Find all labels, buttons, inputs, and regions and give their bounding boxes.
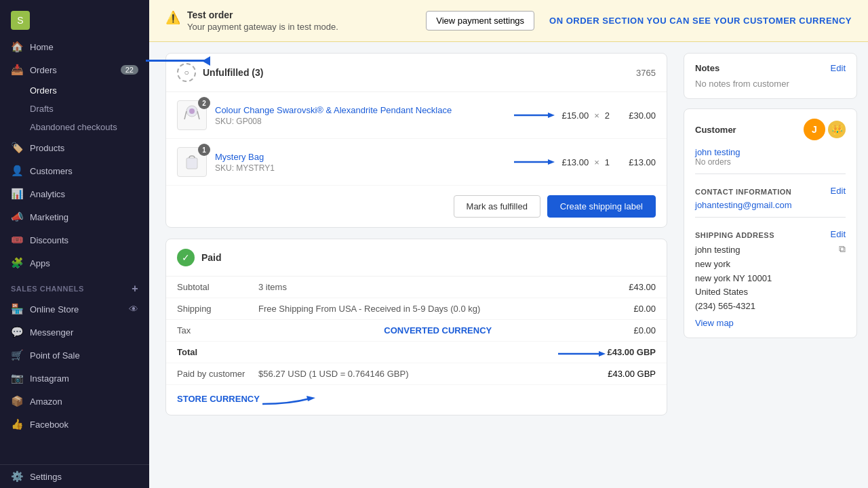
mark-as-fulfilled-button[interactable]: Mark as fulfilled	[454, 195, 540, 218]
test-order-banner: ⚠️ Test order Your payment gateway is in…	[149, 0, 868, 42]
product-price-1: £15.00 × 2 £30.00	[561, 110, 656, 121]
sidebar-item-apps[interactable]: 🧩 Apps	[0, 251, 149, 274]
converted-currency-annotation: CONVERTED CURRENCY	[384, 325, 492, 336]
sidebar-subitem-orders[interactable]: Orders	[0, 81, 149, 100]
view-map-link[interactable]: View map	[695, 318, 846, 328]
sidebar-customers-label: Customers	[30, 166, 73, 176]
sidebar-item-instagram[interactable]: 📷 Instagram	[0, 367, 149, 390]
view-payment-settings-button[interactable]: View payment settings	[426, 11, 534, 30]
sidebar-item-messenger[interactable]: 💬 Messenger	[0, 321, 149, 344]
sidebar-item-analytics[interactable]: 📊 Analytics	[0, 182, 149, 205]
discounts-icon: 🎟️	[11, 234, 23, 246]
product-image-2: 1	[177, 147, 207, 177]
sidebar-item-point-of-sale[interactable]: 🛒 Point of Sale	[0, 344, 149, 367]
content-area: ○ Unfulfilled (3) 3765 2	[149, 42, 868, 437]
notes-card: Notes Edit No notes from customer	[684, 53, 857, 99]
product-qty-2: 1	[605, 157, 610, 167]
sidebar-settings-label: Settings	[30, 472, 62, 482]
product-row-2: 1 Mystery Bag SKU: MYSTRY1	[166, 139, 667, 186]
sidebar-marketing-label: Marketing	[30, 212, 68, 222]
avatar-circle: J	[804, 119, 825, 140]
side-column: Notes Edit No notes from customer Custom…	[678, 42, 868, 437]
create-shipping-label-button[interactable]: Create shipping label	[547, 195, 656, 218]
product-name-2[interactable]: Mystery Bag	[215, 152, 507, 162]
sidebar-item-online-store[interactable]: 🏪 Online Store 👁	[0, 298, 149, 321]
paid-by-amount: £43.00 GBP	[608, 369, 656, 379]
orders-icon: 📥	[11, 64, 23, 76]
product-info-2: Mystery Bag SKU: MYSTRY1	[215, 152, 507, 173]
subtotal-row: Subtotal 3 items £43.00	[166, 277, 667, 298]
add-sales-channel-button[interactable]: +	[132, 283, 138, 295]
test-order-title: Test order	[187, 9, 338, 20]
sidebar-item-products[interactable]: 🏷️ Products	[0, 136, 149, 159]
paid-check-icon: ✓	[177, 249, 195, 266]
total-label: Total	[177, 347, 258, 357]
home-icon: 🏠	[11, 41, 23, 53]
notes-edit-button[interactable]: Edit	[831, 63, 846, 73]
customer-avatar: J 👑	[804, 119, 846, 140]
annotations-row: STORE CURRENCY	[166, 385, 667, 415]
sidebar-analytics-label: Analytics	[30, 189, 65, 199]
sidebar-item-customers[interactable]: 👤 Customers	[0, 159, 149, 182]
customer-header: Customer J 👑	[695, 119, 846, 140]
facebook-icon: 👍	[11, 418, 23, 430]
total-arrow	[558, 349, 606, 359]
address-phone: (234) 565-4321	[695, 300, 772, 314]
tax-label: Tax	[177, 325, 258, 336]
customer-card: Customer J 👑 john testing No orders CONT…	[684, 108, 857, 338]
address-country: United States	[695, 285, 772, 300]
shipping-edit-button[interactable]: Edit	[831, 229, 846, 239]
orders-annotation-arrow	[146, 60, 210, 62]
sidebar-logo: S	[0, 0, 149, 35]
test-order-description: Your payment gateway is in test mode.	[187, 22, 338, 32]
product-total-2: £13.00	[615, 157, 656, 167]
shop-icon: S	[11, 11, 30, 30]
sidebar-subitem-drafts[interactable]: Drafts	[0, 100, 149, 118]
customer-email[interactable]: johantesting@gmail.com	[695, 200, 792, 210]
svg-line-2	[184, 111, 186, 119]
paid-title: Paid	[201, 252, 222, 263]
sidebar-item-marketing[interactable]: 📣 Marketing	[0, 205, 149, 228]
subitem-orders-label: Orders	[30, 85, 57, 96]
order-id: 3765	[636, 68, 656, 78]
store-currency-annotation: STORE CURRENCY	[177, 394, 260, 404]
sidebar-item-discounts[interactable]: 🎟️ Discounts	[0, 228, 149, 251]
product1-arrow	[514, 110, 555, 120]
product-multiply-1: ×	[594, 110, 599, 121]
analytics-icon: 📊	[11, 188, 23, 200]
sidebar-messenger-label: Messenger	[30, 327, 73, 338]
sidebar-item-orders[interactable]: 📥 Orders 22	[0, 58, 149, 81]
sidebar-subitem-abandoned[interactable]: Abandoned checkouts	[0, 118, 149, 136]
product-info-1: Colour Change Swarovski® & Alexandrite P…	[215, 105, 507, 126]
sidebar-item-settings[interactable]: ⚙️ Settings	[0, 465, 149, 488]
svg-marker-5	[548, 113, 555, 118]
sidebar-amazon-label: Amazon	[30, 396, 62, 407]
sidebar-orders-label: Orders	[30, 65, 57, 75]
sidebar: S 🏠 Home 📥 Orders 22 Orders Drafts Aband…	[0, 0, 149, 488]
section-divider-1	[695, 174, 846, 174]
shipping-value: Free Shipping From USA - Received in 5-9…	[258, 304, 633, 314]
product-qty-badge-2: 1	[198, 144, 210, 156]
eye-icon: 👁	[129, 304, 138, 314]
necklace-thumbnail	[182, 104, 201, 126]
customer-name-link[interactable]: john testing	[695, 147, 741, 157]
copy-address-icon[interactable]: ⧉	[839, 243, 846, 314]
address-lines: john testing new york new york NY 10001 …	[695, 243, 772, 314]
address-state: new york NY 10001	[695, 272, 772, 286]
sidebar-apps-label: Apps	[30, 258, 50, 268]
sidebar-item-facebook[interactable]: 👍 Facebook	[0, 413, 149, 436]
sidebar-online-store-label: Online Store	[30, 304, 79, 314]
sidebar-item-amazon[interactable]: 📦 Amazon	[0, 390, 149, 413]
sidebar-item-home[interactable]: 🏠 Home	[0, 35, 149, 58]
marketing-icon: 📣	[11, 211, 23, 223]
contact-info-title: CONTACT INFORMATION	[695, 188, 791, 196]
product-name-1[interactable]: Colour Change Swarovski® & Alexandrite P…	[215, 105, 507, 115]
customers-icon: 👤	[11, 165, 23, 177]
product-image-1: 2	[177, 100, 207, 130]
store-currency-arrow	[262, 390, 317, 407]
contact-edit-button[interactable]: Edit	[831, 186, 846, 196]
subtotal-value: 3 items	[258, 282, 629, 292]
amazon-icon: 📦	[11, 395, 23, 407]
total-value	[258, 347, 607, 357]
svg-marker-8	[548, 159, 555, 165]
